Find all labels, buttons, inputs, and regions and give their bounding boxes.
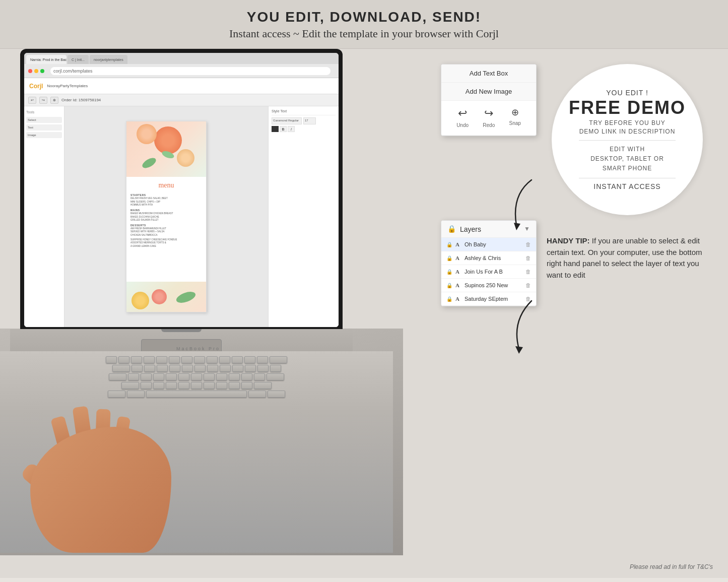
- key[interactable]: [220, 365, 231, 372]
- key[interactable]: [181, 356, 192, 363]
- browser-tab-2[interactable]: C | Init...: [68, 55, 89, 64]
- key[interactable]: [219, 356, 230, 363]
- key[interactable]: [245, 365, 256, 372]
- key[interactable]: [229, 382, 240, 389]
- keyboard-row-4: [30, 382, 363, 389]
- undo-icon[interactable]: ↩: [456, 107, 469, 120]
- layer-delete-icon[interactable]: 🗑: [525, 255, 531, 261]
- laptop-screen-inner: Narnia: Prod in the Back Islan... C | In…: [24, 53, 339, 327]
- layer-item-oh-baby[interactable]: 🔒 A Oh Baby 🗑: [441, 238, 536, 251]
- key[interactable]: [141, 373, 152, 380]
- key[interactable]: [166, 382, 177, 389]
- font-size[interactable]: 17: [303, 117, 316, 124]
- key[interactable]: [194, 365, 206, 372]
- snap-icon[interactable]: ⊕: [509, 107, 520, 118]
- key[interactable]: [128, 373, 139, 380]
- redo-icon-item: ↪ Redo: [483, 107, 495, 129]
- toolbar-undo[interactable]: ↩: [28, 97, 36, 104]
- layer-item-ashley-chris[interactable]: 🔒 A Ashley & Chris 🗑: [441, 251, 536, 265]
- key[interactable]: [157, 365, 168, 372]
- key[interactable]: [270, 365, 281, 372]
- key[interactable]: [141, 382, 152, 389]
- key-shift-l[interactable]: [121, 382, 139, 389]
- key[interactable]: [153, 373, 164, 380]
- flower-1: [154, 126, 182, 154]
- macbook-label: MacBook Pro: [176, 346, 220, 351]
- key-alt-r[interactable]: [248, 391, 266, 398]
- sidebar-image[interactable]: Image: [26, 132, 62, 138]
- key[interactable]: [169, 365, 180, 372]
- key[interactable]: [156, 356, 167, 363]
- text-style-controls: B I: [272, 126, 336, 132]
- key[interactable]: [216, 382, 227, 389]
- key[interactable]: [191, 373, 202, 380]
- key-shift-r[interactable]: [254, 382, 272, 389]
- key[interactable]: [204, 382, 215, 389]
- layers-header-left: 🔒 Layers: [447, 225, 481, 233]
- browser-tab-3[interactable]: noorjanlytemplates: [90, 55, 127, 64]
- sidebar-select[interactable]: Select: [26, 117, 62, 123]
- add-text-box-button[interactable]: Add Text Box: [441, 64, 536, 83]
- close-dot[interactable]: [28, 69, 32, 73]
- key[interactable]: [169, 356, 180, 363]
- layer-delete-icon[interactable]: 🗑: [525, 282, 531, 288]
- italic-btn[interactable]: I: [288, 126, 295, 132]
- font-family-select[interactable]: Garamond Regular: [272, 117, 302, 124]
- menu-desserts: DESSERTS AW FRESH BARRAMUNDI FILLETSERVE…: [130, 223, 202, 237]
- minimize-dot[interactable]: [34, 69, 38, 73]
- key[interactable]: [144, 365, 155, 372]
- key[interactable]: [241, 373, 252, 380]
- bold-btn[interactable]: B: [280, 126, 287, 132]
- key-tab[interactable]: [112, 365, 130, 372]
- key[interactable]: [207, 356, 218, 363]
- layer-name-oh-baby: Oh Baby: [465, 241, 522, 247]
- key[interactable]: [182, 365, 193, 372]
- toolbar-redo[interactable]: ↪: [39, 97, 47, 104]
- laptop-hinge: [161, 329, 202, 332]
- key[interactable]: [194, 356, 205, 363]
- key[interactable]: [207, 365, 218, 372]
- color-swatch[interactable]: [272, 126, 279, 132]
- key[interactable]: [229, 373, 240, 380]
- key-ctrl[interactable]: [108, 391, 125, 398]
- svg-marker-1: [515, 346, 523, 354]
- layer-delete-icon[interactable]: 🗑: [525, 269, 531, 275]
- key[interactable]: [257, 356, 268, 363]
- key[interactable]: [178, 373, 189, 380]
- toolbar-snap[interactable]: ⊕: [50, 97, 58, 104]
- key[interactable]: [257, 365, 269, 372]
- key[interactable]: [153, 382, 164, 389]
- key[interactable]: [241, 382, 252, 389]
- key[interactable]: [254, 373, 265, 380]
- layer-item-join-us[interactable]: 🔒 A Join Us For A B 🗑: [441, 265, 536, 279]
- hand-area: [30, 402, 191, 553]
- layer-delete-icon[interactable]: 🗑: [525, 241, 531, 247]
- key-space[interactable]: [146, 391, 247, 398]
- browser-tab-active[interactable]: Narnia: Prod in the Back Islan...: [26, 55, 67, 64]
- key-alt[interactable]: [127, 391, 145, 398]
- key-ctrl-r[interactable]: [268, 391, 285, 398]
- key[interactable]: [191, 382, 202, 389]
- key[interactable]: [178, 382, 189, 389]
- sidebar-text[interactable]: Text: [26, 124, 62, 131]
- key[interactable]: [118, 356, 129, 363]
- key[interactable]: [232, 365, 243, 372]
- key[interactable]: [166, 373, 177, 380]
- floating-ui-panel: Add Text Box Add New Image ↩ Undo ↪ Redo…: [441, 64, 537, 136]
- redo-icon[interactable]: ↪: [483, 107, 495, 120]
- key-enter[interactable]: [267, 373, 284, 380]
- key-caps[interactable]: [109, 373, 126, 380]
- key[interactable]: [232, 356, 243, 363]
- key[interactable]: [204, 373, 215, 380]
- key[interactable]: [106, 356, 117, 363]
- key-wide[interactable]: [270, 356, 287, 363]
- key[interactable]: [244, 356, 255, 363]
- key[interactable]: [131, 365, 143, 372]
- key[interactable]: [216, 373, 227, 380]
- key[interactable]: [131, 356, 142, 363]
- address-bar[interactable]: corjl.com/templates: [50, 67, 330, 75]
- layer-item-supinos[interactable]: 🔒 A Supinos 250 New 🗑: [441, 279, 536, 292]
- add-new-image-button[interactable]: Add New Image: [441, 83, 536, 101]
- maximize-dot[interactable]: [40, 69, 44, 73]
- key[interactable]: [144, 356, 155, 363]
